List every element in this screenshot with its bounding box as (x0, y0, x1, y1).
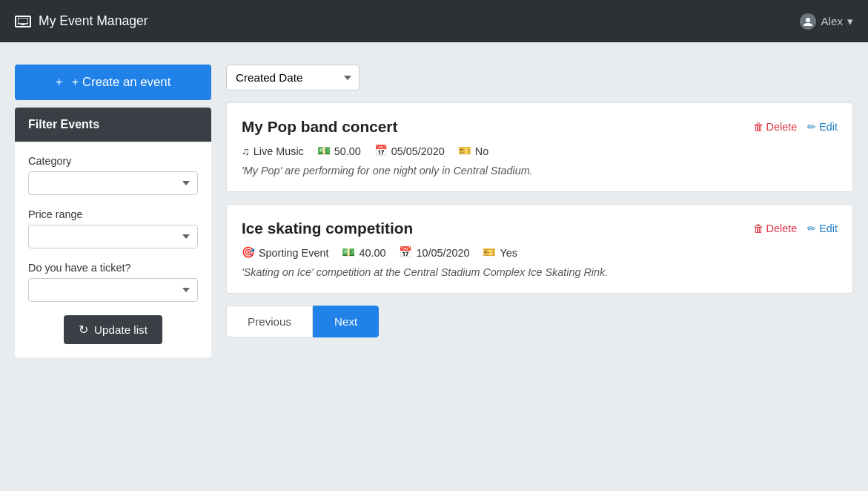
event-meta: 🎯 Sporting Event 💵 40.00 📅 10/05/2020 🎫 … (242, 246, 838, 259)
event-card: My Pop band concert 🗑 Delete ✏ Edit ♫ Li… (226, 102, 853, 192)
edit-button[interactable]: ✏ Edit (807, 223, 838, 234)
trash-icon: 🗑 (753, 223, 763, 234)
ticket-select[interactable]: Yes No (28, 278, 198, 302)
previous-label: Previous (248, 315, 291, 328)
update-list-button[interactable]: ↻ Update list (64, 315, 162, 344)
event-date: 📅 05/05/2020 (374, 145, 445, 157)
ticket-label: Do you have a ticket? (28, 262, 198, 274)
category-select[interactable]: Live Music Sporting Event Conference Oth… (28, 171, 198, 195)
category-label: Category (28, 155, 198, 167)
event-category: 🎯 Sporting Event (242, 246, 328, 259)
plus-icon: + (56, 75, 63, 90)
event-date: 📅 10/05/2020 (399, 246, 469, 259)
event-actions: 🗑 Delete ✏ Edit (753, 121, 838, 133)
create-event-button[interactable]: + + Create an event (15, 65, 211, 100)
price-value: 40.00 (359, 247, 385, 259)
delete-button[interactable]: 🗑 Delete (753, 223, 798, 234)
event-card-header: Ice skating competition 🗑 Delete ✏ Edit (242, 220, 838, 237)
price-range-field: Price range 0-20 20-50 50-100 100+ (28, 208, 198, 248)
event-price: 💵 50.00 (317, 145, 361, 157)
money-icon: 💵 (342, 246, 355, 259)
price-value: 50.00 (334, 145, 361, 157)
filter-body: Category Live Music Sporting Event Confe… (15, 142, 211, 357)
event-ticket: 🎫 Yes (483, 246, 517, 259)
event-ticket: 🎫 No (458, 145, 488, 157)
calendar-icon: 📅 (399, 246, 412, 259)
price-range-label: Price range (28, 208, 198, 220)
pencil-icon: ✏ (807, 223, 816, 234)
calendar-icon: 📅 (374, 145, 388, 157)
sidebar: + + Create an event Filter Events Catego… (15, 65, 211, 357)
refresh-icon: ↻ (79, 323, 88, 337)
ticket-value: Yes (500, 247, 517, 259)
date-value: 10/05/2020 (416, 247, 469, 259)
app-title: My Event Manager (39, 13, 148, 29)
event-title: My Pop band concert (242, 118, 397, 136)
ticket-icon: 🎫 (483, 246, 496, 259)
pagination: Previous Next (226, 306, 853, 337)
user-name: Alex (821, 15, 843, 27)
user-menu[interactable]: Alex ▾ (800, 13, 853, 30)
edit-label: Edit (819, 223, 838, 234)
event-card: Ice skating competition 🗑 Delete ✏ Edit … (226, 204, 853, 294)
delete-label: Delete (766, 223, 798, 234)
content-area: Created Date Name Price Date My Pop band… (226, 65, 853, 357)
event-card-header: My Pop band concert 🗑 Delete ✏ Edit (242, 118, 838, 136)
category-field: Category Live Music Sporting Event Confe… (28, 155, 198, 195)
music-icon: ♫ (242, 145, 250, 157)
brand: My Event Manager (15, 13, 148, 29)
edit-label: Edit (819, 121, 838, 133)
sort-wrapper: Created Date Name Price Date (226, 65, 853, 90)
category-value: Sporting Event (259, 247, 328, 259)
target-icon: 🎯 (242, 246, 255, 259)
pencil-icon: ✏ (807, 121, 816, 133)
edit-button[interactable]: ✏ Edit (807, 121, 838, 133)
delete-label: Delete (766, 121, 798, 133)
ticket-icon: 🎫 (458, 145, 471, 157)
next-label: Next (334, 315, 357, 328)
event-description: 'My Pop' are performing for one night on… (242, 165, 838, 177)
previous-button[interactable]: Previous (226, 306, 313, 337)
event-category: ♫ Live Music (242, 145, 304, 157)
update-list-label: Update list (94, 323, 148, 336)
user-avatar-icon (800, 13, 816, 30)
trash-icon: 🗑 (753, 121, 763, 133)
event-price: 💵 40.00 (342, 246, 385, 259)
price-range-select[interactable]: 0-20 20-50 50-100 100+ (28, 225, 198, 248)
filter-panel: Filter Events Category Live Music Sporti… (15, 108, 211, 357)
main-layout: + + Create an event Filter Events Catego… (0, 42, 868, 380)
event-actions: 🗑 Delete ✏ Edit (753, 223, 838, 234)
event-title: Ice skating competition (242, 220, 413, 237)
svg-point-3 (806, 18, 810, 22)
sort-select[interactable]: Created Date Name Price Date (226, 65, 360, 90)
user-dropdown-arrow: ▾ (847, 15, 853, 28)
event-description: 'Skating on Ice' competition at the Cent… (242, 266, 838, 278)
next-button[interactable]: Next (313, 306, 379, 337)
event-meta: ♫ Live Music 💵 50.00 📅 05/05/2020 🎫 No (242, 145, 838, 157)
ticket-field: Do you have a ticket? Yes No (28, 262, 198, 302)
date-value: 05/05/2020 (391, 145, 445, 157)
category-value: Live Music (254, 145, 304, 157)
navbar: My Event Manager Alex ▾ (0, 0, 868, 42)
ticket-value: No (475, 145, 488, 157)
monitor-icon (15, 16, 31, 27)
filter-header: Filter Events (15, 108, 211, 142)
money-icon: 💵 (317, 145, 331, 157)
svg-rect-0 (18, 18, 28, 24)
delete-button[interactable]: 🗑 Delete (753, 121, 798, 133)
create-event-label: + Create an event (71, 75, 170, 90)
